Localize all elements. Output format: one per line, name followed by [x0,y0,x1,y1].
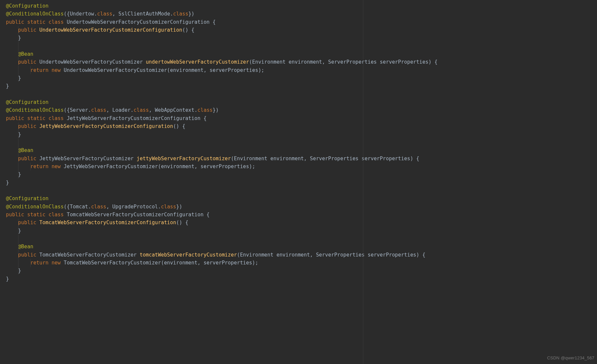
code-line[interactable]: public JettyWebServerFactoryCustomizerCo… [6,122,597,130]
code-token: ({Server. [64,107,91,113]
code-line[interactable]: public static class TomcatWebServerFacto… [6,211,597,219]
code-token [6,252,18,258]
code-token: class [197,107,213,113]
code-line[interactable]: @ConditionalOnClass({Server.class, Loade… [6,106,597,114]
code-line[interactable] [6,138,597,146]
indent-guide [18,122,18,178]
code-token: public static class [6,212,67,218]
code-token: return new [30,67,64,73]
code-line[interactable] [6,235,597,243]
code-token: UndertowWebServerFactoryCustomizerConfig… [39,27,182,33]
code-token: }) [188,11,194,17]
indent-guide [18,26,18,82]
code-token: TomcatWebServerFactoryCustomizer [39,252,140,258]
code-token: , UpgradeProtocol. [106,204,161,210]
code-line[interactable] [6,42,597,50]
code-line[interactable]: } [6,82,597,90]
code-line[interactable]: @Bean [6,50,597,58]
code-line[interactable]: return new UndertowWebServerFactoryCusto… [6,66,597,74]
code-line[interactable] [6,90,597,98]
code-token: } [6,75,21,81]
code-token: } [6,171,21,177]
code-line[interactable]: return new TomcatWebServerFactoryCustomi… [6,259,597,267]
code-line[interactable]: public TomcatWebServerFactoryCustomizer … [6,251,597,259]
code-token: @Bean [18,147,33,153]
code-line[interactable]: return new JettyWebServerFactoryCustomiz… [6,163,597,170]
code-editor[interactable]: @Configuration@ConditionalOnClass({Under… [0,0,597,364]
code-token: } [6,35,21,41]
code-line[interactable]: public static class UndertowWebServerFac… [6,18,597,26]
code-line[interactable]: } [6,170,597,178]
code-token: } [6,276,9,282]
code-token: tomcatWebServerFactoryCustomizer [140,252,237,258]
code-token: () { [182,27,194,33]
code-line[interactable]: @Configuration [6,195,597,202]
code-token: (Environment environment, ServerProperti… [249,59,438,65]
code-token: jettyWebServerFactoryCustomizer [137,156,231,162]
code-token: TomcatWebServerFactoryCustomizerConfigur… [39,220,176,226]
code-token: class [97,11,112,17]
code-token: (Environment environment, ServerProperti… [231,156,419,162]
code-token: class [134,107,149,113]
right-margin-guide [363,0,363,364]
code-token: UndertowWebServerFactoryCustomizer [39,59,146,65]
code-token: undertowWebServerFactoryCustomizer [146,59,249,65]
code-token: class [161,204,176,210]
code-token: public [18,220,39,226]
code-token: JettyWebServerFactoryCustomizer(environm… [64,164,255,169]
code-token: @ConditionalOnClass [6,107,64,113]
code-line[interactable]: } [6,74,597,82]
code-token: @ConditionalOnClass [6,11,64,17]
code-token: ({Tomcat. [64,204,91,210]
code-token: public [18,252,39,258]
indent-guide [30,66,31,74]
code-line[interactable]: public UndertowWebServerFactoryCustomize… [6,58,597,66]
code-token: }) [213,107,218,113]
code-token: , Loader. [106,107,134,113]
code-token [6,51,18,57]
code-line[interactable]: @Bean [6,146,597,154]
code-line[interactable]: } [6,131,597,138]
code-token: TomcatWebServerFactoryCustomizerConfigur… [67,212,210,218]
code-token: public [18,27,39,33]
code-token: return new [30,260,64,266]
watermark: CSDN @qwer1234_567 [547,354,594,362]
code-token [6,156,18,162]
code-token [6,123,18,129]
code-line[interactable]: } [6,179,597,187]
code-line[interactable]: public JettyWebServerFactoryCustomizer j… [6,155,597,163]
code-token: public [18,156,39,162]
code-line[interactable]: } [6,34,597,42]
code-line[interactable]: } [6,275,597,283]
code-line[interactable]: @Bean [6,243,597,251]
indent-guide [30,259,31,267]
code-line[interactable] [6,187,597,195]
code-token [6,59,18,65]
code-line[interactable]: } [6,227,597,235]
code-line[interactable]: public TomcatWebServerFactoryCustomizerC… [6,219,597,227]
code-line[interactable]: @ConditionalOnClass({Undertow.class, Ssl… [6,10,597,18]
code-token: UndertowWebServerFactoryCustomizerConfig… [67,19,216,25]
code-token: (Environment environment, ServerProperti… [237,252,425,258]
code-token: @Configuration [6,3,49,9]
code-token: @Bean [18,51,33,57]
code-line[interactable]: @Configuration [6,2,597,10]
indent-guide [30,163,31,170]
code-line[interactable]: public UndertowWebServerFactoryCustomize… [6,26,597,34]
code-token: public static class [6,115,67,121]
code-token: class [173,11,188,17]
code-area[interactable]: @Configuration@ConditionalOnClass({Under… [0,0,597,283]
code-token: class [91,107,106,113]
code-line[interactable]: } [6,267,597,275]
code-token [6,147,18,153]
code-token: @ConditionalOnClass [6,204,64,210]
code-line[interactable]: @Configuration [6,98,597,106]
code-token: } [6,268,21,274]
code-line[interactable]: public static class JettyWebServerFactor… [6,114,597,122]
code-token: JettyWebServerFactoryCustomizer [39,156,137,162]
code-token: , SslClientAuthMode. [112,11,173,17]
code-line[interactable]: @ConditionalOnClass({Tomcat.class, Upgra… [6,203,597,211]
code-token: return new [30,164,64,169]
code-token: JettyWebServerFactoryCustomizerConfigura… [39,123,173,129]
code-token: }) [176,204,182,210]
